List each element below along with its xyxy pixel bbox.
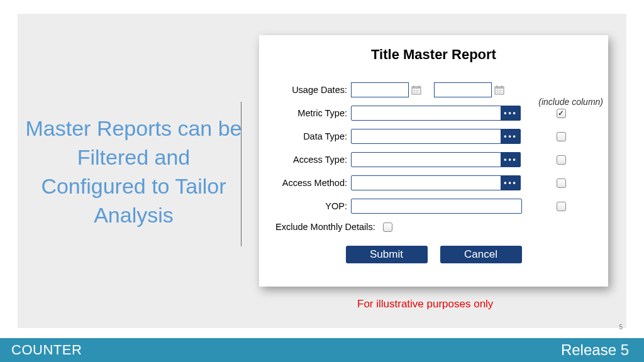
button-row: Submit Cancel — [273, 246, 594, 263]
label-exclude-monthly: Exclude Monthly Details: — [275, 222, 375, 232]
brand-logo: COUNTER — [11, 342, 82, 358]
release-label: Release 5 — [561, 341, 629, 359]
access-type-picker-button[interactable]: ••• — [501, 152, 521, 167]
page-number: 5 — [619, 324, 623, 331]
label-access-type: Access Type: — [273, 155, 351, 165]
usage-date-start-input[interactable] — [351, 82, 409, 97]
row-access-method: Access Method: ••• — [273, 175, 594, 191]
yop-input[interactable] — [351, 199, 522, 214]
access-type-include-checkbox[interactable] — [557, 155, 566, 165]
data-type-input[interactable] — [351, 129, 502, 144]
usage-date-end-input[interactable] — [434, 82, 492, 97]
row-access-type: Access Type: ••• — [273, 151, 594, 168]
panel-title: Title Master Report — [273, 47, 594, 63]
row-yop: YOP: — [273, 198, 594, 214]
footer-bar: COUNTER Release 5 — [0, 338, 644, 362]
checkmark-icon: ✓ — [558, 109, 564, 118]
metric-type-include-checkbox[interactable]: ✓ — [557, 109, 566, 118]
row-exclude-monthly: Exclude Monthly Details: — [275, 222, 594, 232]
exclude-monthly-checkbox[interactable] — [383, 222, 392, 232]
access-type-input[interactable] — [351, 152, 502, 167]
label-yop: YOP: — [273, 201, 351, 211]
access-method-input[interactable] — [351, 175, 502, 190]
row-data-type: Data Type: ••• — [273, 128, 594, 145]
row-usage-dates: Usage Dates: — [273, 82, 594, 98]
submit-button[interactable]: Submit — [346, 246, 428, 263]
brand-part-b: UNTER — [33, 342, 82, 358]
label-metric-type: Metric Type: — [273, 108, 351, 118]
svg-rect-1 — [412, 87, 421, 89]
headline-text: Master Reports can be Filtered and Confi… — [25, 114, 242, 230]
cancel-button[interactable]: Cancel — [440, 246, 522, 263]
slide-body: Master Reports can be Filtered and Confi… — [18, 14, 626, 328]
access-method-include-checkbox[interactable] — [557, 178, 566, 188]
yop-include-checkbox[interactable] — [557, 202, 566, 211]
metric-type-input[interactable] — [351, 106, 502, 121]
calendar-icon[interactable] — [410, 83, 423, 97]
data-type-picker-button[interactable]: ••• — [501, 129, 521, 144]
label-data-type: Data Type: — [273, 131, 351, 141]
label-usage-dates: Usage Dates: — [273, 85, 351, 95]
vertical-divider — [241, 102, 242, 246]
label-access-method: Access Method: — [273, 178, 351, 188]
access-method-picker-button[interactable]: ••• — [501, 175, 521, 190]
metric-type-picker-button[interactable]: ••• — [501, 106, 521, 121]
brand-part-a: CO — [11, 342, 33, 358]
illustrative-note: For illustrative purposes only — [357, 298, 493, 310]
report-form-panel: Title Master Report (include column) Usa… — [259, 35, 608, 287]
svg-rect-9 — [495, 87, 504, 89]
row-metric-type: Metric Type: ••• ✓ — [273, 105, 594, 121]
calendar-icon[interactable] — [493, 83, 506, 97]
data-type-include-checkbox[interactable] — [557, 132, 566, 141]
